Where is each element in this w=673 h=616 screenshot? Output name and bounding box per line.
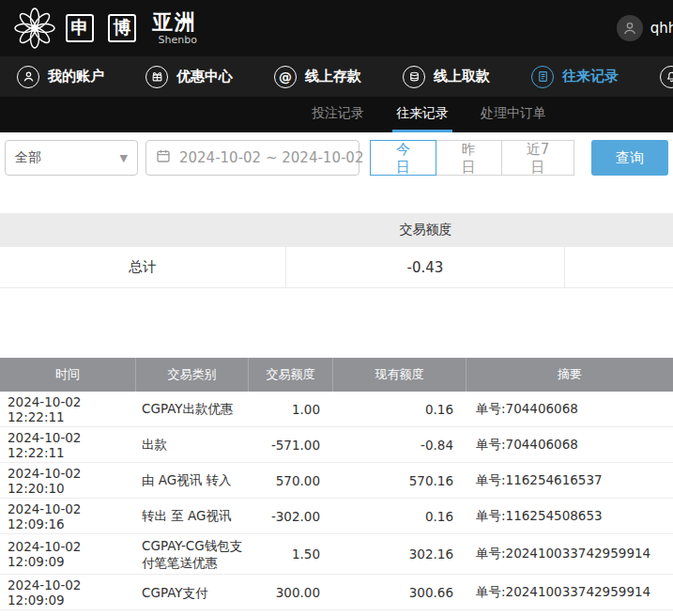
user-avatar-icon bbox=[617, 15, 643, 41]
tab-bar: 投注记录往来记录处理中订单 bbox=[0, 97, 673, 132]
table-row: 2024-10-02 12:09:09CGPAY支付300.00300.66单号… bbox=[0, 575, 673, 610]
nav-item-bell[interactable]: 信息 bbox=[660, 66, 673, 88]
quick-range-button-0[interactable]: 今日 bbox=[370, 140, 436, 176]
summary-header-label: 交易额度 bbox=[286, 222, 565, 239]
summary-total-label: 总计 bbox=[0, 247, 286, 287]
transactions-body: 2024-10-02 12:22:11CGPAY出款优惠1.000.16单号:7… bbox=[0, 392, 673, 610]
brand-region: 亚洲 bbox=[152, 12, 197, 33]
table-row: 2024-10-02 12:20:10由 AG视讯 转入570.00570.16… bbox=[0, 463, 673, 499]
quick-range-button-2[interactable]: 近7日 bbox=[501, 140, 574, 176]
cell-time: 2024-10-02 12:09:09 bbox=[0, 539, 136, 569]
cell-amount: 300.00 bbox=[249, 585, 333, 600]
nav-item-deposit[interactable]: @线上存款 bbox=[274, 66, 361, 88]
username-text: qhhw2 bbox=[650, 20, 673, 37]
cell-balance: 570.16 bbox=[333, 473, 467, 488]
brand-logo: 申 博 亚洲 Shenbo bbox=[13, 7, 197, 50]
column-header: 交易类别 bbox=[136, 358, 249, 392]
nav-item-label: 我的账户 bbox=[48, 68, 104, 85]
summary-header-row: 交易额度 bbox=[0, 213, 673, 247]
nav-item-gift[interactable]: 优惠中心 bbox=[145, 66, 233, 88]
brand-char-1: 申 bbox=[66, 14, 94, 42]
tab-0[interactable]: 投注记录 bbox=[308, 97, 368, 132]
calendar-icon bbox=[156, 148, 171, 167]
cell-balance: 302.16 bbox=[333, 547, 467, 562]
nav-item-user[interactable]: 我的账户 bbox=[17, 66, 104, 88]
user-icon bbox=[17, 66, 39, 88]
summary-table: 交易额度 总计 -0.43 bbox=[0, 213, 673, 288]
cell-type: 转出 至 AG视讯 bbox=[136, 504, 249, 527]
column-header: 现有额度 bbox=[333, 358, 467, 392]
top-header: 申 博 亚洲 Shenbo qhhw2 bbox=[0, 0, 673, 56]
quick-range-group: 今日昨日近7日 bbox=[371, 140, 574, 176]
cell-note: 单号:704406068 bbox=[467, 401, 673, 418]
cell-note: 单号:116254508653 bbox=[467, 508, 673, 525]
column-header: 摘要 bbox=[467, 358, 673, 392]
cell-balance: 0.16 bbox=[333, 509, 467, 524]
gift-icon bbox=[145, 66, 168, 88]
cell-amount: 1.50 bbox=[249, 547, 333, 562]
cell-balance: -0.84 bbox=[333, 438, 467, 453]
cell-amount: 570.00 bbox=[249, 473, 333, 488]
cell-time: 2024-10-02 12:22:11 bbox=[0, 394, 136, 424]
nav-item-label: 往来记录 bbox=[562, 68, 619, 85]
cell-type: CGPAY支付 bbox=[136, 581, 249, 604]
deposit-icon: @ bbox=[274, 66, 297, 88]
nav-item-withdraw[interactable]: 线上取款 bbox=[403, 66, 490, 88]
column-header: 时间 bbox=[0, 358, 136, 392]
lotus-logo-icon bbox=[13, 7, 56, 50]
date-range-value: 2024-10-02 ~ 2024-10-02 bbox=[179, 149, 363, 166]
cell-time: 2024-10-02 12:09:16 bbox=[0, 501, 136, 531]
date-range-input[interactable]: 2024-10-02 ~ 2024-10-02 bbox=[145, 140, 359, 176]
brand-char-2: 博 bbox=[108, 14, 136, 42]
cell-type: CGPAY出款优惠 bbox=[136, 397, 249, 420]
summary-total-row: 总计 -0.43 bbox=[0, 247, 673, 288]
withdraw-icon bbox=[403, 66, 425, 88]
cell-note: 单号:202410033742959914 bbox=[467, 546, 673, 562]
nav-item-label: 线上存款 bbox=[305, 68, 361, 85]
main-nav: 我的账户优惠中心@线上存款线上取款往来记录信息 bbox=[0, 56, 673, 97]
tab-1[interactable]: 往来记录 bbox=[392, 97, 452, 132]
cell-balance: 0.16 bbox=[333, 402, 467, 417]
records-icon bbox=[531, 66, 554, 88]
filter-row: 全部 ▼ 2024-10-02 ~ 2024-10-02 今日昨日近7日 查询 bbox=[0, 132, 673, 176]
user-menu[interactable]: qhhw2 bbox=[617, 15, 673, 41]
cell-balance: 300.66 bbox=[333, 585, 467, 600]
transactions-table: 时间交易类别交易额度现有额度摘要 2024-10-02 12:22:11CGPA… bbox=[0, 358, 673, 610]
table-row: 2024-10-02 12:22:11CGPAY出款优惠1.000.16单号:7… bbox=[0, 392, 673, 427]
table-row: 2024-10-02 12:22:11出款-571.00-0.84单号:7044… bbox=[0, 427, 673, 463]
cell-amount: -302.00 bbox=[249, 509, 333, 524]
column-header: 交易额度 bbox=[249, 358, 333, 392]
brand-subtitle: Shenbo bbox=[152, 35, 197, 45]
nav-item-label: 优惠中心 bbox=[176, 68, 233, 85]
transactions-header-row: 时间交易类别交易额度现有额度摘要 bbox=[0, 358, 673, 392]
nav-item-label: 线上取款 bbox=[434, 68, 490, 85]
cell-type: CGPAY-CG钱包支付笔笔送优惠 bbox=[136, 534, 249, 574]
type-select-value: 全部 bbox=[15, 149, 41, 166]
cell-type: 出款 bbox=[136, 433, 249, 455]
summary-total-value: -0.43 bbox=[286, 247, 565, 287]
cell-type: 由 AG视讯 转入 bbox=[136, 469, 249, 491]
cell-time: 2024-10-02 12:09:09 bbox=[0, 578, 136, 608]
nav-item-records[interactable]: 往来记录 bbox=[531, 66, 619, 88]
table-row: 2024-10-02 12:09:09CGPAY-CG钱包支付笔笔送优惠1.50… bbox=[0, 534, 673, 575]
search-button[interactable]: 查询 bbox=[591, 140, 668, 176]
cell-note: 单号:704406068 bbox=[467, 437, 673, 454]
table-row: 2024-10-02 12:09:16转出 至 AG视讯-302.000.16单… bbox=[0, 499, 673, 534]
cell-note: 单号:202410033742959914 bbox=[467, 584, 673, 601]
bell-icon bbox=[660, 66, 673, 88]
type-select[interactable]: 全部 ▼ bbox=[5, 140, 138, 176]
quick-range-button-1[interactable]: 昨日 bbox=[436, 140, 502, 176]
cell-amount: 1.00 bbox=[249, 402, 333, 417]
tab-2[interactable]: 处理中订单 bbox=[477, 97, 550, 132]
cell-amount: -571.00 bbox=[249, 438, 333, 453]
cell-time: 2024-10-02 12:22:11 bbox=[0, 430, 136, 460]
cell-note: 单号:116254616537 bbox=[467, 472, 673, 489]
cell-time: 2024-10-02 12:20:10 bbox=[0, 466, 136, 496]
chevron-down-icon: ▼ bbox=[120, 152, 128, 164]
